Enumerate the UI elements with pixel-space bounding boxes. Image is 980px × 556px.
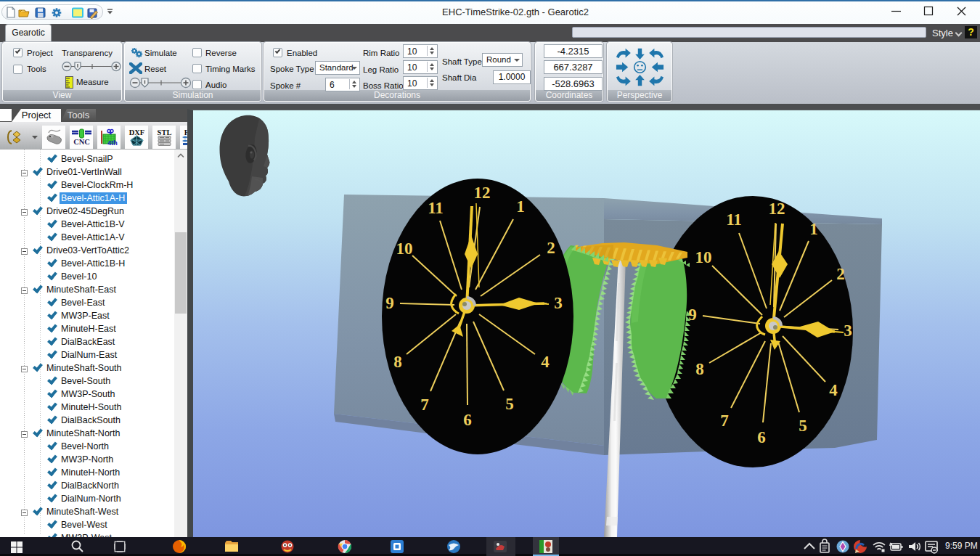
svg-text:2: 2 bbox=[836, 265, 845, 283]
svg-text:11: 11 bbox=[726, 210, 742, 229]
svg-text:7: 7 bbox=[720, 412, 729, 430]
svg-text:4: 4 bbox=[541, 353, 550, 371]
svg-text:2: 2 bbox=[547, 239, 555, 257]
svg-text:STL: STL bbox=[158, 128, 172, 136]
svg-text:7: 7 bbox=[420, 396, 429, 414]
svg-text:4: 4 bbox=[829, 381, 838, 399]
svg-text:CNC: CNC bbox=[73, 138, 90, 146]
svg-text:8: 8 bbox=[393, 353, 402, 371]
svg-text:11: 11 bbox=[428, 199, 444, 217]
svg-text:1: 1 bbox=[516, 197, 525, 216]
svg-text:9: 9 bbox=[385, 294, 394, 312]
svg-text:12: 12 bbox=[474, 184, 491, 202]
svg-text:10: 10 bbox=[695, 248, 712, 266]
svg-text:1: 1 bbox=[809, 220, 818, 238]
svg-text:8: 8 bbox=[695, 360, 704, 378]
svg-text:12: 12 bbox=[769, 200, 785, 218]
svg-text:3: 3 bbox=[844, 322, 852, 340]
svg-text:6: 6 bbox=[757, 428, 766, 446]
svg-text:DXF: DXF bbox=[129, 128, 145, 136]
svg-text:6: 6 bbox=[463, 411, 472, 429]
svg-text:5: 5 bbox=[505, 395, 514, 413]
svg-text:3: 3 bbox=[554, 294, 563, 312]
svg-text:10: 10 bbox=[396, 240, 413, 258]
svg-text:4th: 4th bbox=[107, 139, 118, 147]
svg-text:5: 5 bbox=[799, 417, 807, 435]
svg-text:9: 9 bbox=[688, 306, 697, 324]
